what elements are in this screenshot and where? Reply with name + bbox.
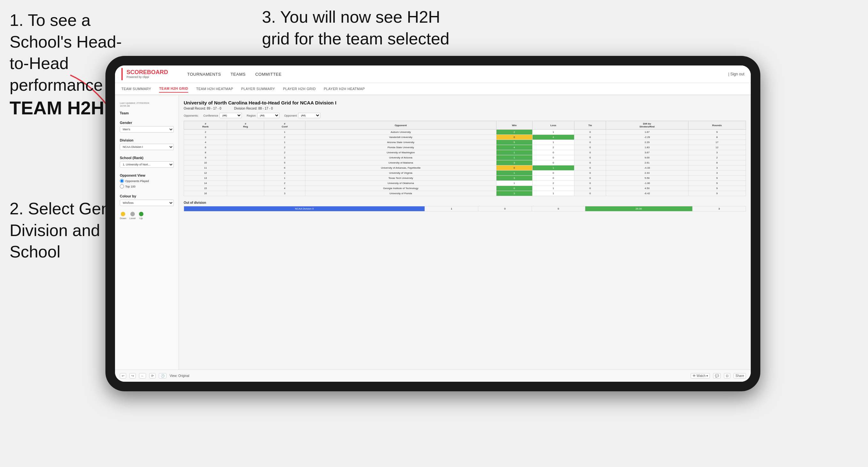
colour-select[interactable]: Win/loss	[120, 200, 174, 206]
division-label: Division	[120, 138, 174, 142]
cell-win: 1	[496, 181, 532, 186]
opponent-filter-select[interactable]: (All)	[298, 113, 320, 118]
overall-record-label: Overall Record: 89 - 17 - 0	[184, 107, 221, 110]
out-div-row: NCAA Division II 1 0 0 26.00 3	[184, 206, 746, 212]
cell-tie: 0	[575, 155, 606, 160]
cell-rank: 12	[184, 170, 227, 176]
clock-button[interactable]: 🕐	[159, 373, 166, 378]
legend: Down Level Up	[120, 212, 174, 220]
out-div-loss: 0	[478, 206, 532, 212]
gender-select[interactable]: Men's	[120, 126, 174, 132]
cell-diff: 2.33	[606, 170, 688, 176]
instruction-step3: 3. You will now see H2H grid for the tea…	[262, 6, 450, 50]
share-button[interactable]: Share	[734, 373, 746, 378]
col-rank: #Rank	[184, 121, 227, 130]
gender-label: Gender	[120, 121, 174, 125]
sub-nav-player-h2h-grid[interactable]: PLAYER H2H GRID	[283, 85, 316, 92]
undo-button[interactable]: ↩	[120, 373, 126, 378]
cell-reg	[227, 191, 264, 196]
watch-button[interactable]: 👁 Watch ▾	[691, 373, 710, 378]
sidebar-gender-section: Gender Men's	[120, 121, 174, 132]
cell-win: 0	[496, 165, 532, 170]
table-row: 11 6 University of Arkansas, Fayettevill…	[184, 165, 746, 170]
cell-loss: 0	[532, 160, 574, 165]
sidebar: Last Updated: 27/03/2024 16:55:38 Team G…	[115, 95, 179, 370]
redo-button[interactable]: ↪	[129, 373, 136, 378]
sub-nav-team-h2h-heatmap[interactable]: TEAM H2H HEATMAP	[196, 85, 233, 92]
filter-opponents-group: Opponents:	[184, 114, 199, 117]
out-div-diff: 26.00	[585, 206, 692, 212]
present-button[interactable]: ⊡	[724, 373, 730, 378]
cell-reg	[227, 165, 264, 170]
cell-opponent: University of Virginia	[305, 170, 496, 176]
content-area: Last Updated: 27/03/2024 16:55:38 Team G…	[115, 95, 751, 370]
comment-button[interactable]: 💬	[713, 373, 721, 378]
table-row: 6 2 Florida State University 4 2 0 1.83 …	[184, 145, 746, 150]
sub-nav-player-h2h-heatmap[interactable]: PLAYER H2H HEATMAP	[323, 85, 365, 92]
col-conf: #Conf	[264, 121, 305, 130]
cell-reg	[227, 176, 264, 181]
cell-tie: 0	[575, 176, 606, 181]
tablet: SCOREBOARD Powered by clippi TOURNAMENTS…	[105, 56, 760, 391]
cell-loss: 2	[532, 181, 574, 186]
filter-region-label: Region	[247, 114, 256, 117]
sign-out[interactable]: | Sign out	[728, 72, 745, 76]
refresh-button[interactable]: ⟳	[149, 373, 156, 378]
cell-loss: 4	[532, 135, 574, 140]
school-select[interactable]: 1. University of Nort...	[120, 161, 174, 168]
radio-top100[interactable]: Top 100	[120, 184, 174, 188]
cell-opponent: University of Florida	[305, 191, 496, 196]
back-button[interactable]: ←	[139, 373, 146, 378]
cell-rank: 11	[184, 165, 227, 170]
sub-nav-team-h2h-grid[interactable]: TEAM H2H GRID	[159, 85, 188, 93]
cell-tie: 0	[575, 181, 606, 186]
nav-tournaments[interactable]: TOURNAMENTS	[187, 70, 221, 78]
cell-loss: 0	[532, 155, 574, 160]
radio-opponents-played[interactable]: Opponents Played	[120, 179, 174, 183]
team-label: Team	[120, 111, 174, 115]
nav-teams[interactable]: TEAMS	[231, 70, 246, 78]
cell-rank: 2	[184, 130, 227, 135]
cell-win: 3	[496, 176, 532, 181]
sub-nav-player-summary[interactable]: PLAYER SUMMARY	[241, 85, 275, 92]
cell-win: 1	[496, 155, 532, 160]
legend-level: Level	[129, 212, 135, 220]
cell-win: 0	[496, 135, 532, 140]
cell-rank: 9	[184, 155, 227, 160]
cell-rank: 10	[184, 160, 227, 165]
cell-rounds: 8	[688, 160, 746, 165]
cell-conf: 3	[264, 170, 305, 176]
nav-committee[interactable]: COMMITTEE	[255, 70, 282, 78]
opponent-view-label: Opponent View	[120, 174, 174, 177]
cell-opponent: University of Arizona	[305, 155, 496, 160]
cell-rounds: 3	[688, 165, 746, 170]
cell-opponent: Florida State University	[305, 145, 496, 150]
filter-conference-group: Conference (All)	[204, 113, 242, 118]
table-row: 13 1 Texas Tech University 3 0 0 5.56 9	[184, 176, 746, 181]
cell-opponent: University of Washington	[305, 150, 496, 155]
col-opponent: Opponent	[305, 121, 496, 130]
cell-reg	[227, 170, 264, 176]
cell-win: 5	[496, 140, 532, 145]
cell-conf: 2	[264, 150, 305, 155]
grid-header: University of North Carolina Head-to-Hea…	[184, 100, 746, 118]
region-filter-select[interactable]: (All)	[257, 113, 280, 118]
sub-nav-team-summary[interactable]: TEAM SUMMARY	[121, 85, 151, 92]
cell-tie: 0	[575, 165, 606, 170]
cell-tie: 0	[575, 186, 606, 191]
division-select[interactable]: NCAA Division I	[120, 144, 174, 150]
cell-rounds: 9	[688, 130, 746, 135]
last-updated: Last Updated: 27/03/2024 16:55:38	[120, 101, 174, 107]
col-diff: Diff AvStrokes/Rnd	[606, 121, 688, 130]
cell-reg	[227, 135, 264, 140]
cell-rank: 13	[184, 176, 227, 181]
cell-win: 6	[496, 186, 532, 191]
cell-conf: 2	[264, 135, 305, 140]
legend-down: Down	[120, 212, 126, 220]
cell-diff: 2.61	[606, 160, 688, 165]
conference-filter-select[interactable]: (All)	[219, 113, 242, 118]
cell-rounds: 9	[688, 191, 746, 196]
out-div-tie: 0	[532, 206, 585, 212]
cell-reg	[227, 140, 264, 145]
main-content: University of North Carolina Head-to-Hea…	[179, 95, 751, 370]
